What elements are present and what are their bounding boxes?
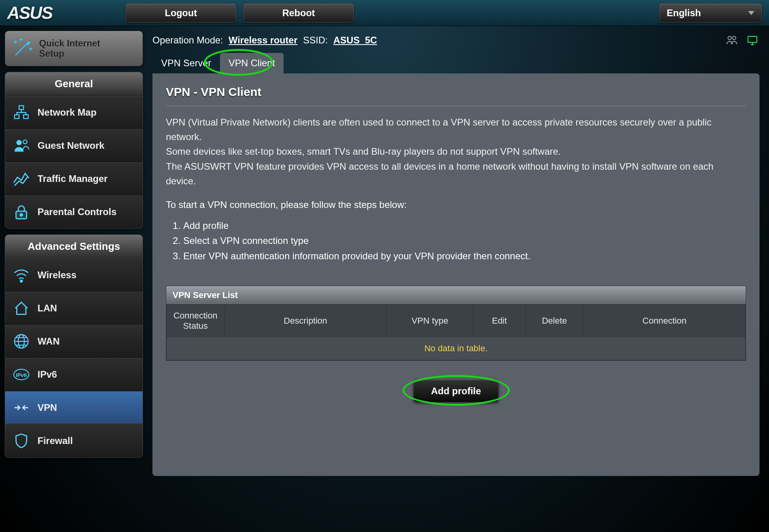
users-icon[interactable] xyxy=(725,33,739,47)
language-select[interactable]: English xyxy=(659,4,762,22)
wand-icon xyxy=(11,37,34,60)
sidebar-item-label: Traffic Manager xyxy=(38,173,107,184)
col-delete: Delete xyxy=(525,305,583,337)
sidebar: Quick Internet Setup General Network Map xyxy=(5,31,143,481)
add-profile-button[interactable]: Add profile xyxy=(413,380,499,403)
step-2: Select a VPN connection type xyxy=(183,233,746,248)
col-vpn-type: VPN type xyxy=(387,305,474,337)
sidebar-item-ipv6[interactable]: IPv6 IPv6 xyxy=(5,358,143,391)
svg-rect-8 xyxy=(19,106,24,110)
vpn-server-list: VPN Server List Connection Status Descri… xyxy=(166,286,746,361)
sidebar-item-label: LAN xyxy=(38,303,57,314)
operation-mode-value[interactable]: Wireless router xyxy=(229,35,298,46)
col-connection-status: Connection Status xyxy=(167,305,225,337)
svg-rect-25 xyxy=(748,36,757,43)
desc-p1: VPN (Virtual Private Network) clients ar… xyxy=(166,115,746,144)
globe-icon xyxy=(12,332,30,350)
nav-title-advanced: Advanced Settings xyxy=(5,235,143,259)
desc-p2: Some devices like set-top boxes, smart T… xyxy=(166,144,746,159)
step-1: Add profile xyxy=(183,218,746,233)
sidebar-item-label: Guest Network xyxy=(38,140,104,151)
sidebar-item-traffic-manager[interactable]: Traffic Manager xyxy=(5,162,143,195)
sidebar-item-label: Network Map xyxy=(38,107,96,118)
table-empty-row: No data in table. xyxy=(167,337,746,360)
sidebar-item-label: Parental Controls xyxy=(38,206,117,217)
sidebar-item-label: Firewall xyxy=(38,435,73,446)
main: Operation Mode: Wireless router SSID: AS… xyxy=(148,31,764,481)
nav-group-advanced: Advanced Settings Wireless LAN xyxy=(5,234,143,458)
svg-marker-1 xyxy=(27,42,30,45)
traffic-manager-icon xyxy=(12,170,30,188)
col-connection: Connection xyxy=(583,305,746,337)
wifi-icon xyxy=(12,266,30,284)
ssid-value[interactable]: ASUS_5C xyxy=(333,35,377,46)
page-title: VPN - VPN Client xyxy=(166,85,746,106)
sidebar-item-firewall[interactable]: Firewall xyxy=(5,424,143,457)
description-block: VPN (Virtual Private Network) clients ar… xyxy=(166,115,746,188)
svg-point-23 xyxy=(728,36,731,40)
sidebar-item-label: WAN xyxy=(38,336,60,347)
col-edit: Edit xyxy=(473,305,525,337)
step-3: Enter VPN authentication information pro… xyxy=(183,249,746,264)
col-description: Description xyxy=(224,305,386,337)
sidebar-item-guest-network[interactable]: Guest Network xyxy=(5,129,143,162)
add-profile-row: Add profile xyxy=(166,380,746,403)
nav-title-general: General xyxy=(5,72,143,96)
svg-point-12 xyxy=(23,140,27,144)
ipv6-icon: IPv6 xyxy=(12,365,30,384)
guest-network-icon xyxy=(12,137,30,155)
display-icon[interactable] xyxy=(745,33,760,47)
quick-internet-setup-button[interactable]: Quick Internet Setup xyxy=(5,31,143,66)
operation-mode-label: Operation Mode: xyxy=(152,35,223,46)
sidebar-item-label: IPv6 xyxy=(38,369,57,380)
sidebar-item-network-map[interactable]: Network Map xyxy=(5,96,143,129)
desc-p3: The ASUSWRT VPN feature provides VPN acc… xyxy=(166,159,746,188)
vpn-icon xyxy=(12,399,30,417)
house-icon xyxy=(12,299,30,317)
tabs: VPN Server VPN Client xyxy=(152,53,760,73)
network-map-icon xyxy=(12,103,30,122)
chevron-down-icon xyxy=(748,11,754,15)
tab-vpn-server[interactable]: VPN Server xyxy=(152,53,220,73)
sidebar-item-parental-controls[interactable]: Parental Controls xyxy=(5,195,143,229)
nav-group-general: General Network Map xyxy=(5,72,143,229)
svg-rect-9 xyxy=(15,115,19,119)
svg-point-11 xyxy=(17,140,22,145)
logout-button[interactable]: Logout xyxy=(126,4,236,22)
svg-rect-10 xyxy=(24,115,28,119)
svg-point-14 xyxy=(20,214,23,216)
status-line: Operation Mode: Wireless router SSID: AS… xyxy=(152,33,760,47)
sidebar-item-wan[interactable]: WAN xyxy=(5,325,143,358)
sidebar-item-label: Wireless xyxy=(38,270,77,281)
sidebar-item-label: VPN xyxy=(38,402,57,413)
steps-intro: To start a VPN connection, please follow… xyxy=(166,199,746,210)
ssid-label: SSID: xyxy=(303,35,328,46)
content-panel: VPN - VPN Client VPN (Virtual Private Ne… xyxy=(152,73,760,476)
sidebar-item-vpn[interactable]: VPN xyxy=(5,391,143,424)
svg-text:IPv6: IPv6 xyxy=(16,372,27,378)
brand-logo: ASUS xyxy=(7,3,126,23)
sidebar-item-lan[interactable]: LAN xyxy=(5,292,143,325)
tab-vpn-client[interactable]: VPN Client xyxy=(220,53,284,73)
svg-point-24 xyxy=(732,36,736,40)
quick-setup-line2: Setup xyxy=(39,49,100,59)
svg-point-15 xyxy=(21,280,23,282)
sidebar-item-wireless[interactable]: Wireless xyxy=(5,259,143,292)
vpn-server-table: Connection Status Description VPN type E… xyxy=(166,305,746,360)
shield-icon xyxy=(12,432,30,450)
vpn-server-list-title: VPN Server List xyxy=(166,286,746,305)
language-label: English xyxy=(667,7,701,19)
steps-list: Add profile Select a VPN connection type… xyxy=(183,218,746,264)
lock-icon xyxy=(12,203,30,221)
quick-setup-line1: Quick Internet xyxy=(39,38,100,49)
reboot-button[interactable]: Reboot xyxy=(243,4,354,22)
svg-line-0 xyxy=(15,44,27,55)
topbar: ASUS Logout Reboot English xyxy=(0,0,769,26)
